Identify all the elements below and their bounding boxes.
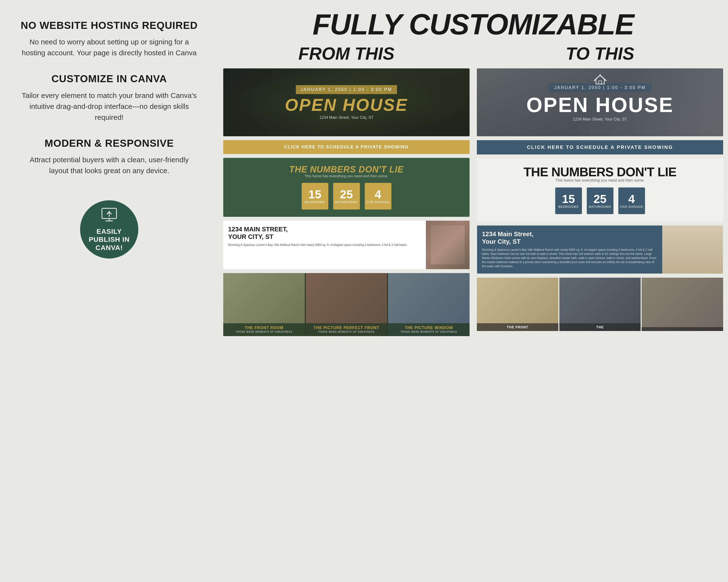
from-num-bedrooms-val: 15: [308, 189, 321, 200]
main-title-area: FULLY CUSTOMIZABLE: [313, 0, 634, 44]
to-room-1-label: THE FRONT: [477, 323, 558, 331]
from-rooms-strip: THE FRONT ROOM Those were moments of gre…: [223, 273, 470, 336]
to-numbers-section: THE NUMBERS DON'T LIE This home has ever…: [477, 158, 723, 221]
from-num-bedrooms-label: BEDROOMS: [305, 200, 325, 204]
to-room-1: THE FRONT: [477, 278, 558, 331]
feature-modern: MODERN & RESPONSIVE Attract potential bu…: [19, 137, 199, 176]
to-num-bedrooms-val: 15: [562, 193, 575, 205]
to-column: TO THIS JANUARY 1, 20: [477, 44, 723, 582]
to-prop-address: 1234 Main Street,Your City, ST: [482, 230, 657, 245]
to-cta-button[interactable]: CLICK HERE TO SCHEDULE A PRIVATE SHOWING: [477, 140, 723, 155]
feature-modern-title: MODERN & RESPONSIVE: [19, 137, 199, 149]
from-oh-hero-card: JANUARY 1, 2050 | 1:00 - 3:00 PM OPEN HO…: [223, 68, 470, 136]
to-num-bathrooms: 25 BATHROOMS: [587, 188, 614, 214]
from-numbers-boxes: 15 BEDROOMS 25 BATHROOMS 4 CAR GARAGE: [228, 183, 465, 210]
from-room-2: THE PICTURE PERFECT FRONT Those were mom…: [306, 273, 387, 336]
from-oh-hero: JANUARY 1, 2050 | 1:00 - 3:00 PM OPEN HO…: [223, 68, 470, 136]
to-numbers-subtitle: This home has everything you need and th…: [482, 178, 718, 183]
from-room-3: THE PICTURE WINDOW Those were moments of…: [388, 273, 470, 336]
from-oh-title: OPEN HOUSE: [285, 96, 408, 113]
to-oh-address: 1234 Main Street, Your City, ST: [573, 117, 627, 121]
to-num-bedrooms: 15 BEDROOMS: [555, 188, 582, 214]
feature-customize: CUSTOMIZE IN CANVA Tailor every element …: [19, 73, 199, 122]
to-header: TO THIS: [566, 44, 634, 63]
to-property-detail: 1234 Main Street,Your City, ST Stunning …: [477, 225, 723, 274]
to-room-3-label: [642, 327, 723, 331]
from-prop-desc: Stunning & Spacious Lauren's Bay Villa W…: [228, 243, 421, 247]
to-room-3: [642, 278, 723, 331]
to-num-bathrooms-val: 25: [594, 193, 606, 205]
monitor-upload-icon: [101, 207, 118, 225]
from-prop-address: 1234 MAIN STREET,YOUR CITY, ST: [228, 225, 421, 241]
from-room-2-label: THE PICTURE PERFECT FRONT Those were mom…: [306, 323, 387, 336]
to-numbers-boxes: 15 BEDROOMS 25 BATHROOMS 4 CAR GARAGE: [482, 188, 718, 214]
to-num-bathrooms-label: BATHROOMS: [589, 205, 611, 209]
from-num-garage-label: CAR GARAGE: [366, 200, 390, 204]
feature-no-hosting-desc: No need to worry about setting up or sig…: [19, 36, 199, 58]
from-cta-button[interactable]: CLICK HERE TO SCHEDULE A PRIVATE SHOWING: [223, 140, 470, 154]
from-num-bedrooms: 15 BEDROOMS: [302, 183, 328, 210]
from-numbers-subtitle: This home has everything you need and th…: [228, 174, 465, 178]
to-num-garage: 4 CAR GARAGE: [618, 188, 645, 214]
to-prop-desc: Stunning & Spacious Lauren's Bay Villa W…: [482, 248, 657, 268]
page: NO WEBSITE HOSTING REQUIRED No need to w…: [0, 0, 728, 582]
to-num-bedrooms-label: BEDROOMS: [558, 205, 579, 209]
from-column: FROM THIS JANUARY 1, 2050 | 1:00 - 3:00 …: [223, 44, 470, 582]
main-title: FULLY CUSTOMIZABLE: [313, 10, 634, 39]
feature-customize-desc: Tailor every element to match your brand…: [19, 90, 199, 123]
to-prop-image: [662, 225, 723, 274]
publish-badge-text: EASILY PUBLISH IN CANVA!: [80, 227, 138, 252]
from-header: FROM THIS: [298, 44, 395, 63]
publish-badge: EASILY PUBLISH IN CANVA!: [80, 200, 138, 258]
from-num-garage-val: 4: [375, 189, 381, 200]
from-room-3-label: THE PICTURE WINDOW Those were moments of…: [388, 323, 470, 336]
from-num-bathrooms-val: 25: [340, 189, 353, 200]
from-property-detail: 1234 MAIN STREET,YOUR CITY, ST Stunning …: [223, 221, 470, 269]
feature-customize-title: CUSTOMIZE IN CANVA: [19, 73, 199, 85]
from-prop-left: 1234 MAIN STREET,YOUR CITY, ST Stunning …: [223, 221, 426, 269]
from-num-bathrooms-label: BATHROOMS: [335, 200, 358, 204]
to-room-2: THE: [560, 278, 641, 331]
to-num-garage-label: CAR GARAGE: [620, 205, 643, 209]
feature-modern-desc: Attract potential buyers with a clean, u…: [19, 154, 199, 176]
to-num-garage-val: 4: [628, 193, 635, 205]
from-numbers-section: THE NUMBERS DON'T LIE This home has ever…: [223, 158, 470, 217]
to-oh-hero: JANUARY 1, 2050 | 1:00 - 3:00 PM OPEN HO…: [477, 68, 723, 136]
to-oh-title: OPEN HOUSE: [526, 94, 674, 115]
from-room-1-label: THE FRONT ROOM Those were moments of gre…: [223, 323, 305, 336]
feature-no-hosting: NO WEBSITE HOSTING REQUIRED No need to w…: [19, 20, 199, 58]
to-rooms-strip: THE FRONT THE: [477, 278, 723, 331]
from-numbers-title: THE NUMBERS DON'T LIE: [228, 165, 465, 174]
center-area: FULLY CUSTOMIZABLE FROM THIS JANUARY 1, …: [218, 0, 728, 582]
oh-logo: [593, 73, 607, 86]
from-oh-date: JANUARY 1, 2050 | 1:00 - 3:00 PM: [296, 85, 397, 94]
from-num-garage: 4 CAR GARAGE: [365, 183, 391, 210]
from-prop-image: [426, 221, 470, 269]
feature-no-hosting-title: NO WEBSITE HOSTING REQUIRED: [19, 20, 199, 31]
to-oh-hero-card: JANUARY 1, 2050 | 1:00 - 3:00 PM OPEN HO…: [477, 68, 723, 136]
to-numbers-title: THE NUMBERS DON'T LIE: [482, 166, 718, 178]
to-prop-left: 1234 Main Street,Your City, ST Stunning …: [477, 225, 662, 274]
left-panel: NO WEBSITE HOSTING REQUIRED No need to w…: [0, 0, 218, 582]
to-room-2-label: THE: [560, 323, 641, 331]
from-num-bathrooms: 25 BATHROOMS: [333, 183, 360, 210]
svg-rect-4: [599, 81, 602, 84]
from-oh-address: 1234 Main Street, Your City, ST: [319, 115, 373, 120]
columns-area: FROM THIS JANUARY 1, 2050 | 1:00 - 3:00 …: [218, 44, 728, 582]
from-room-1: THE FRONT ROOM Those were moments of gre…: [223, 273, 305, 336]
